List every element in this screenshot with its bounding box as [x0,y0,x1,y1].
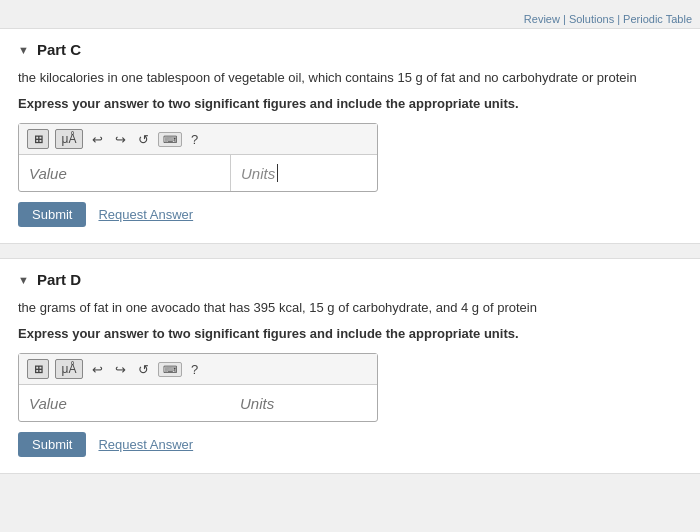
gap [0,250,700,258]
part-d-instruction: Express your answer to two significant f… [18,324,682,344]
part-c-submit-button[interactable]: Submit [18,202,86,227]
part-d-box-icon[interactable]: ⊞ [27,359,49,379]
part-d-submit-button[interactable]: Submit [18,432,86,457]
part-d-undo-icon[interactable]: ↩ [89,361,106,378]
top-bar: Review | Solutions | Periodic Table [0,10,700,28]
part-c-request-button[interactable]: Request Answer [98,207,193,222]
part-d-request-button[interactable]: Request Answer [98,437,193,452]
part-d-toolbar: ⊞ μÅ ↩ ↪ ↺ ⌨ ? [19,354,377,385]
part-d-refresh-icon[interactable]: ↺ [135,361,152,378]
part-d-help-icon[interactable]: ? [188,361,201,378]
part-c-actions: Submit Request Answer [18,202,682,227]
part-c-header: ▼ Part C [18,41,682,58]
part-d-units-input[interactable] [230,387,441,420]
part-d-mu-icon[interactable]: μÅ [55,359,83,379]
top-links[interactable]: Review | Solutions | Periodic Table [524,13,692,25]
part-d-input-row [19,385,377,421]
part-c-mu-icon[interactable]: μÅ [55,129,83,149]
part-c-instruction: Express your answer to two significant f… [18,94,682,114]
part-c-undo-icon[interactable]: ↩ [89,131,106,148]
part-c-chevron[interactable]: ▼ [18,44,29,56]
part-d-question: the grams of fat in one avocado that has… [18,298,682,318]
part-d-answer-box: ⊞ μÅ ↩ ↪ ↺ ⌨ ? [18,353,378,422]
part-d-label: Part D [37,271,81,288]
part-c-help-icon[interactable]: ? [188,131,201,148]
part-d-section: ▼ Part D the grams of fat in one avocado… [0,258,700,474]
part-d-keyboard-icon[interactable]: ⌨ [158,362,182,377]
part-d-redo-icon[interactable]: ↪ [112,361,129,378]
part-c-label: Part C [37,41,81,58]
part-c-toolbar: ⊞ μÅ ↩ ↪ ↺ ⌨ ? [19,124,377,155]
part-c-question: the kilocalories in one tablespoon of ve… [18,68,682,88]
part-c-cursor [277,164,278,182]
part-c-answer-box: ⊞ μÅ ↩ ↪ ↺ ⌨ ? Units [18,123,378,192]
part-d-value-input[interactable] [19,387,230,420]
part-c-units-text: Units [241,165,275,182]
part-c-box-icon[interactable]: ⊞ [27,129,49,149]
part-c-units-container: Units [231,156,377,190]
part-c-input-row: Units [19,155,377,191]
part-c-redo-icon[interactable]: ↪ [112,131,129,148]
part-c-keyboard-icon[interactable]: ⌨ [158,132,182,147]
part-d-chevron[interactable]: ▼ [18,274,29,286]
part-d-header: ▼ Part D [18,271,682,288]
page: Review | Solutions | Periodic Table ▼ Pa… [0,0,700,490]
part-c-section: ▼ Part C the kilocalories in one tablesp… [0,28,700,244]
part-c-refresh-icon[interactable]: ↺ [135,131,152,148]
part-c-value-input[interactable] [19,157,230,190]
part-d-actions: Submit Request Answer [18,432,682,457]
